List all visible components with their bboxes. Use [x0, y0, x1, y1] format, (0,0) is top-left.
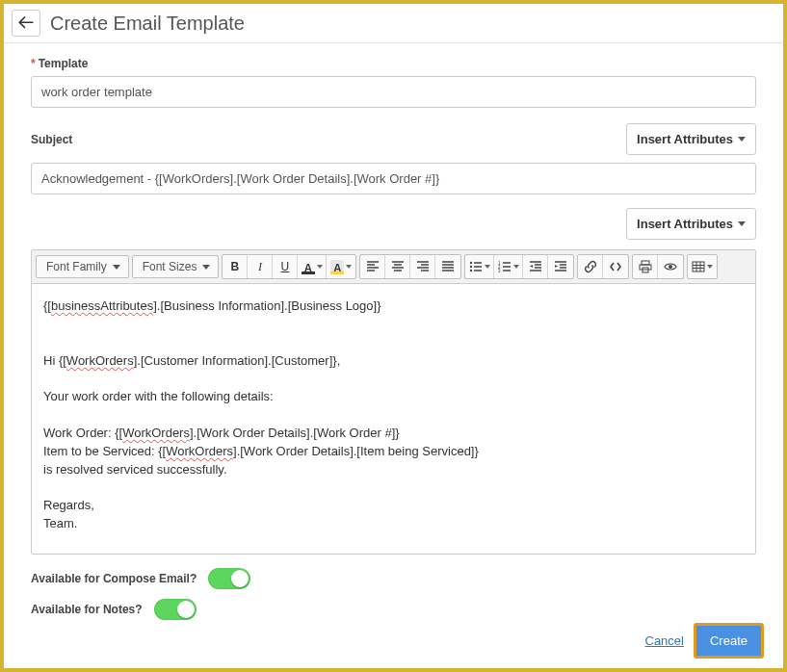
cancel-link[interactable]: Cancel: [645, 633, 684, 648]
table-button[interactable]: [688, 255, 717, 278]
font-family-select[interactable]: Font Family: [36, 255, 129, 278]
chevron-down-icon: [485, 265, 490, 269]
number-list-icon: 123: [498, 260, 512, 273]
link-icon: [584, 260, 597, 273]
chevron-down-icon: [346, 265, 352, 269]
footer-actions: Cancel Create: [645, 623, 765, 659]
code-icon: [609, 260, 622, 273]
svg-point-1: [470, 266, 472, 268]
subject-label: Subject: [31, 133, 72, 146]
bold-button[interactable]: B: [223, 255, 248, 278]
table-icon: [692, 260, 705, 273]
code-button[interactable]: [603, 255, 628, 278]
align-left-icon: [366, 260, 380, 273]
svg-point-9: [669, 265, 672, 269]
chevron-down-icon: [202, 265, 210, 270]
compose-email-label: Available for Compose Email?: [31, 572, 197, 585]
align-center-icon: [391, 260, 405, 273]
rich-text-editor: Font Family Font Sizes B I U A A: [31, 249, 756, 555]
number-list-button[interactable]: 123: [494, 255, 523, 278]
outdent-icon: [529, 260, 542, 273]
chevron-down-icon: [707, 265, 713, 269]
chevron-down-icon: [738, 137, 746, 142]
page-title: Create Email Template: [50, 13, 245, 35]
svg-text:3: 3: [498, 269, 501, 273]
back-button[interactable]: [12, 10, 40, 37]
preview-button[interactable]: [658, 255, 683, 278]
insert-attributes-subject-button[interactable]: Insert Attributes: [626, 123, 756, 155]
underline-button[interactable]: U: [273, 255, 298, 278]
text-color-button[interactable]: A: [298, 255, 327, 278]
header: Create Email Template: [4, 4, 783, 43]
chevron-down-icon: [317, 265, 323, 269]
back-arrow-icon: [17, 14, 35, 32]
notes-toggle[interactable]: [154, 599, 197, 620]
align-left-button[interactable]: [360, 255, 385, 278]
create-button-highlight: Create: [694, 623, 764, 659]
align-right-button[interactable]: [410, 255, 435, 278]
template-name-input[interactable]: [31, 76, 756, 108]
chevron-down-icon: [513, 265, 519, 269]
print-button[interactable]: [633, 255, 658, 278]
font-size-select[interactable]: Font Sizes: [132, 255, 220, 278]
subject-input[interactable]: [31, 163, 756, 194]
svg-rect-6: [642, 261, 649, 265]
compose-email-toggle[interactable]: [208, 568, 250, 589]
editor-content[interactable]: {[businessAttributes].[Business Informat…: [32, 284, 755, 554]
create-button[interactable]: Create: [696, 626, 761, 656]
indent-icon: [554, 260, 567, 273]
editor-toolbar: Font Family Font Sizes B I U A A: [32, 250, 755, 284]
bullet-list-icon: [469, 260, 483, 273]
insert-attributes-body-button[interactable]: Insert Attributes: [626, 208, 756, 240]
chevron-down-icon: [738, 221, 746, 226]
eye-icon: [664, 260, 677, 273]
align-justify-button[interactable]: [435, 255, 460, 278]
insert-attributes-label: Insert Attributes: [637, 132, 733, 146]
indent-button[interactable]: [548, 255, 573, 278]
outdent-button[interactable]: [523, 255, 548, 278]
template-label: *Template: [31, 57, 756, 70]
italic-button[interactable]: I: [248, 255, 273, 278]
text-color-icon: A: [302, 260, 315, 273]
insert-attributes-label: Insert Attributes: [637, 217, 733, 231]
svg-point-2: [470, 270, 472, 271]
align-justify-icon: [441, 260, 455, 273]
svg-rect-10: [693, 262, 704, 271]
svg-point-0: [470, 262, 472, 264]
align-center-button[interactable]: [385, 255, 410, 278]
bg-color-icon: A: [330, 260, 344, 273]
notes-label: Available for Notes?: [31, 603, 143, 616]
align-right-icon: [416, 260, 430, 273]
print-icon: [639, 260, 652, 273]
chevron-down-icon: [113, 265, 120, 270]
bg-color-button[interactable]: A: [327, 255, 355, 278]
bullet-list-button[interactable]: [465, 255, 494, 278]
link-button[interactable]: [578, 255, 603, 278]
